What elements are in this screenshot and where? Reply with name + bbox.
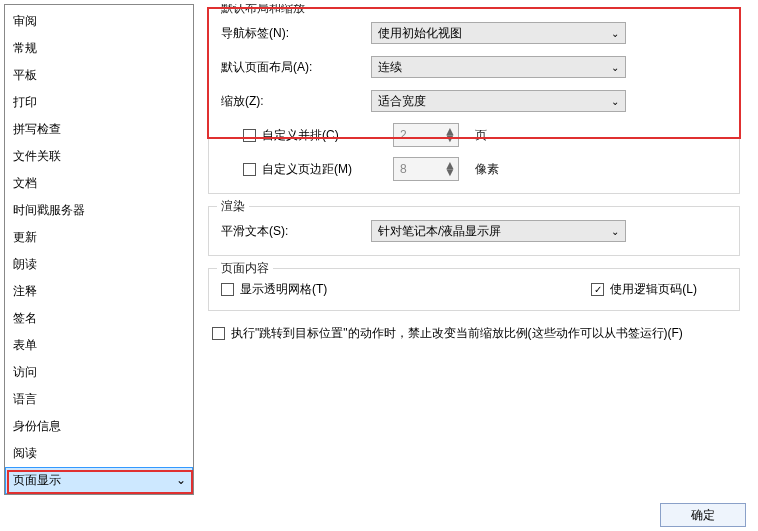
sidebar-item[interactable]: 身份信息 [5, 413, 193, 440]
show-grid-label: 显示透明网格(T) [240, 281, 327, 298]
zoom-value: 适合宽度 [378, 93, 426, 110]
sidebar-item[interactable]: 阅读 [5, 440, 193, 467]
sidebar-item[interactable]: 时间戳服务器 [5, 197, 193, 224]
dialog-footer: 确定 [660, 503, 746, 527]
group-default-layout: 默认布局和缩放 导航标签(N): 使用初始化视图 ⌄ 默认页面布局(A): 连续… [208, 8, 740, 194]
custom-margin-label: 自定义页边距(M) [262, 161, 352, 178]
noscroll-checkbox[interactable] [212, 327, 225, 340]
noscroll-label: 执行"跳转到目标位置"的动作时，禁止改变当前缩放比例(这些动作可以从书签运行)(… [231, 325, 683, 342]
custom-tile-spinner[interactable]: 2 ▲▼ [393, 123, 459, 147]
chevron-down-icon: ⌄ [611, 28, 619, 39]
custom-margin-unit: 像素 [475, 161, 499, 178]
custom-tile-value: 2 [400, 128, 407, 142]
sidebar-item[interactable]: 文档 [5, 170, 193, 197]
group-title: 渲染 [217, 198, 249, 215]
chevron-down-icon: ⌄ [611, 226, 619, 237]
zoom-select[interactable]: 适合宽度 ⌄ [371, 90, 626, 112]
nav-tab-select[interactable]: 使用初始化视图 ⌄ [371, 22, 626, 44]
sidebar-item[interactable]: 打印 [5, 89, 193, 116]
sidebar-item[interactable]: 朗读 [5, 251, 193, 278]
ok-label: 确定 [691, 507, 715, 524]
smooth-text-label: 平滑文本(S): [221, 223, 371, 240]
sidebar-item[interactable]: 平板 [5, 62, 193, 89]
group-title: 默认布局和缩放 [217, 4, 309, 17]
ok-button[interactable]: 确定 [660, 503, 746, 527]
sidebar-item[interactable]: 表单 [5, 332, 193, 359]
custom-tile-label: 自定义并排(C) [262, 127, 339, 144]
sidebar-item[interactable]: 页面显示⌄ [5, 467, 193, 494]
settings-panel: 默认布局和缩放 导航标签(N): 使用初始化视图 ⌄ 默认页面布局(A): 连续… [194, 4, 754, 495]
chevron-down-icon: ⌄ [176, 473, 186, 487]
down-arrow-icon: ▼ [444, 169, 456, 176]
sidebar-item[interactable]: 访问 [5, 359, 193, 386]
group-title: 页面内容 [217, 260, 273, 277]
page-layout-value: 连续 [378, 59, 402, 76]
sidebar-container: 全屏创建PDF历史记录安全审阅常规平板打印拼写检查文件关联文档时间戳服务器更新朗… [4, 4, 194, 495]
group-page-content: 页面内容 显示透明网格(T) ✓ 使用逻辑页码(L) [208, 268, 740, 311]
sidebar-item[interactable]: 语言 [5, 386, 193, 413]
logical-page-label: 使用逻辑页码(L) [610, 281, 697, 298]
custom-margin-checkbox[interactable] [243, 163, 256, 176]
sidebar-item[interactable]: 拼写检查 [5, 116, 193, 143]
sidebar-item[interactable]: 文件关联 [5, 143, 193, 170]
show-grid-checkbox[interactable] [221, 283, 234, 296]
nav-tab-value: 使用初始化视图 [378, 25, 462, 42]
chevron-down-icon: ⌄ [611, 96, 619, 107]
custom-tile-unit: 页 [475, 127, 487, 144]
sidebar-item[interactable]: 更新 [5, 224, 193, 251]
category-sidebar[interactable]: 全屏创建PDF历史记录安全审阅常规平板打印拼写检查文件关联文档时间戳服务器更新朗… [5, 5, 193, 494]
group-render: 渲染 平滑文本(S): 针对笔记本/液晶显示屏 ⌄ [208, 206, 740, 256]
smooth-text-select[interactable]: 针对笔记本/液晶显示屏 ⌄ [371, 220, 626, 242]
custom-margin-spinner[interactable]: 8 ▲▼ [393, 157, 459, 181]
down-arrow-icon: ▼ [444, 135, 456, 142]
sidebar-item[interactable]: 常规 [5, 35, 193, 62]
sidebar-item[interactable]: 审阅 [5, 8, 193, 35]
nav-tab-label: 导航标签(N): [221, 25, 371, 42]
chevron-down-icon: ⌄ [611, 62, 619, 73]
custom-tile-checkbox[interactable] [243, 129, 256, 142]
logical-page-checkbox[interactable]: ✓ [591, 283, 604, 296]
zoom-label: 缩放(Z): [221, 93, 371, 110]
custom-margin-value: 8 [400, 162, 407, 176]
sidebar-item[interactable]: 注释 [5, 278, 193, 305]
sidebar-item[interactable]: 签名 [5, 305, 193, 332]
smooth-text-value: 针对笔记本/液晶显示屏 [378, 223, 501, 240]
page-layout-select[interactable]: 连续 ⌄ [371, 56, 626, 78]
page-layout-label: 默认页面布局(A): [221, 59, 371, 76]
